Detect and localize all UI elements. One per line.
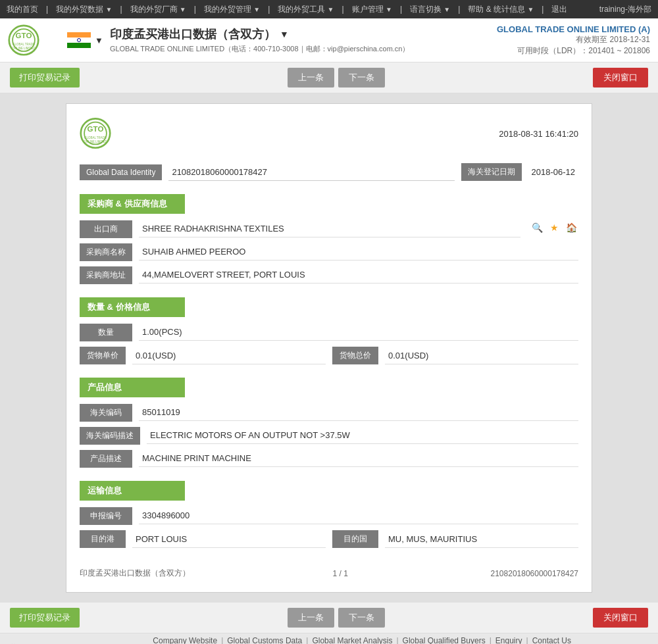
nav-help[interactable]: 帮助 & 统计信息 ▼: [468, 4, 534, 15]
buyer-name-label: 采购商名称: [80, 243, 132, 261]
record-page: 1 / 1: [333, 569, 348, 578]
home-icon[interactable]: 🏠: [564, 220, 578, 235]
quantity-value: 1.00(PCS): [139, 324, 578, 341]
dest-row: 目的港 PORT LOUIS 目的国 MU, MUS, MAURITIUS: [80, 530, 578, 548]
product-section: 产品信息 海关编码 85011019 海关编码描述 ELECTRIC MOTOR…: [80, 378, 578, 468]
close-button-bottom[interactable]: 关闭窗口: [593, 608, 648, 628]
close-button-top[interactable]: 关闭窗口: [593, 68, 648, 87]
dest-port-half: 目的港 PORT LOUIS: [80, 530, 326, 548]
flag-white: [67, 37, 91, 43]
account-company-name: GLOBAL TRADE ONLINE LIMITED (A): [497, 24, 650, 34]
buyer-supplier-section: 采购商 & 供应商信息 出口商 SHREE RADHAKRISHNA TEXTI…: [80, 194, 578, 284]
flag-dropdown-arrow[interactable]: ▼: [95, 36, 103, 45]
nav-account[interactable]: 账户管理 ▼: [352, 4, 392, 15]
nav-home[interactable]: 我的首页: [7, 4, 38, 15]
nav-management[interactable]: 我的外贸管理 ▼: [204, 4, 260, 15]
customs-date-label: 海关登记日期: [461, 163, 522, 181]
exporter-value: SHREE RADHAKRISHNA TEXTILES: [139, 220, 520, 237]
nav-logout[interactable]: 退出: [551, 4, 567, 15]
main-content: GTO GLOBAL TRADE ONLINE LIMITED 2018-08-…: [0, 93, 658, 603]
product-title: 产品信息: [80, 378, 185, 397]
nav-separator7: |: [458, 5, 460, 14]
flag-ashoka-wheel: [77, 38, 81, 42]
print-button-bottom[interactable]: 打印贸易记录: [10, 608, 80, 628]
nav-separator5: |: [342, 5, 344, 14]
next-button-bottom[interactable]: 下一条: [338, 608, 385, 628]
svg-point-0: [9, 25, 38, 54]
bottom-action-bar: 打印贸易记录 上一条 下一条 关闭窗口: [0, 603, 658, 633]
exporter-row: 出口商 SHREE RADHAKRISHNA TEXTILES 🔍 ★ 🏠: [80, 220, 578, 238]
buyer-name-row: 采购商名称 SUHAIB AHMED PEEROO: [80, 243, 578, 261]
dest-port-value: PORT LOUIS: [132, 531, 326, 548]
footer-qualified-buyers[interactable]: Global Qualified Buyers: [403, 636, 486, 644]
svg-point-5: [81, 118, 110, 147]
transport-title: 运输信息: [80, 481, 185, 501]
prev-button-top[interactable]: 上一条: [288, 68, 334, 87]
global-data-identity-label: Global Data Identity: [80, 164, 162, 180]
exporter-label: 出口商: [80, 220, 132, 238]
unit-price-value: 0.01(USD): [132, 347, 326, 364]
flag-orange: [67, 32, 91, 37]
footer-contact-us[interactable]: Contact Us: [532, 636, 571, 644]
nav-manufacturer[interactable]: 我的外贸厂商 ▼: [130, 4, 186, 15]
dest-country-label: 目的国: [332, 530, 378, 548]
top-nav-left: 我的首页 | 我的外贸数据 ▼ | 我的外贸厂商 ▼ | 我的外贸管理 ▼ | …: [7, 4, 567, 15]
price-row: 货物单价 0.01(USD) 货物总价 0.01(USD): [80, 347, 578, 364]
title-dropdown[interactable]: ▼: [280, 29, 289, 39]
customs-date-value: 2018-06-12: [528, 164, 579, 180]
svg-text:ONLINE LIMITED: ONLINE LIMITED: [12, 47, 35, 50]
next-button-top[interactable]: 下一条: [338, 68, 385, 87]
hs-code-row: 海关编码 85011019: [80, 404, 578, 422]
buyer-address-label: 采购商地址: [80, 266, 132, 284]
prev-button-bottom[interactable]: 上一条: [288, 608, 334, 628]
nav-buttons-bottom: 上一条 下一条: [288, 608, 385, 628]
footer-company-website[interactable]: Company Website: [153, 636, 217, 644]
product-desc-row: 产品描述 MACHINE PRINT MACHINE: [80, 450, 578, 468]
company-contact: GLOBAL TRADE ONLINE LIMITED（电话：400-710-3…: [110, 44, 410, 54]
global-data-identity-value: 21082018060000178427: [168, 164, 454, 181]
flag-green: [67, 43, 91, 48]
record-footer: 印度孟买港出口数据（含双方） 1 / 1 2108201806000017842…: [80, 561, 578, 579]
svg-text:GTO: GTO: [88, 125, 104, 133]
quantity-row: 数量 1.00(PCS): [80, 324, 578, 341]
print-button-top[interactable]: 打印贸易记录: [10, 68, 80, 87]
bill-no-label: 申报编号: [80, 507, 132, 525]
dest-country-value: MU, MUS, MAURITIUS: [385, 531, 578, 548]
country-flag-container: ▼: [67, 32, 103, 48]
header-bar: GTO GLOBAL TRADE ONLINE LIMITED ▼ 印度孟买港出…: [0, 18, 658, 62]
bottom-bar: 苏ICP备14033305号 Company Website | Global …: [0, 633, 658, 644]
quantity-price-title: 数量 & 价格信息: [80, 297, 185, 317]
card-header: GTO GLOBAL TRADE ONLINE LIMITED 2018-08-…: [80, 117, 578, 150]
record-timestamp: 2018-08-31 16:41:20: [499, 129, 578, 139]
buyer-name-value: SUHAIB AHMED PEEROO: [139, 243, 578, 260]
svg-text:GLOBAL TRADE: GLOBAL TRADE: [13, 43, 35, 46]
footer-customs-data[interactable]: Global Customs Data: [227, 636, 302, 644]
dest-port-label: 目的港: [80, 530, 126, 548]
svg-text:ONLINE LIMITED: ONLINE LIMITED: [84, 140, 107, 143]
hs-code-value: 85011019: [139, 404, 578, 421]
nav-tools[interactable]: 我的外贸工具 ▼: [278, 4, 334, 15]
exporter-icons: 🔍 ★ 🏠: [530, 220, 578, 235]
buyer-address-row: 采购商地址 44,MAMELOVERT STREET, PORT LOUIS: [80, 266, 578, 284]
svg-text:GTO: GTO: [16, 32, 32, 39]
record-id-footer: 21082018060000178427: [491, 569, 578, 578]
footer-enquiry[interactable]: Enquiry: [495, 636, 522, 644]
quantity-price-section: 数量 & 价格信息 数量 1.00(PCS) 货物单价 0.01(USD) 货物…: [80, 297, 578, 364]
nav-trade-data[interactable]: 我的外贸数据 ▼: [56, 4, 112, 15]
page-title: 印度孟买港出口数据（含双方） ▼: [110, 26, 410, 42]
footer-market-analysis[interactable]: Global Market Analysis: [312, 636, 392, 644]
buyer-address-value: 44,MAMELOVERT STREET, PORT LOUIS: [139, 266, 578, 284]
unit-price-half: 货物单价 0.01(USD): [80, 347, 326, 364]
quantity-label: 数量: [80, 324, 132, 341]
star-icon[interactable]: ★: [547, 220, 561, 235]
unit-price-label: 货物单价: [80, 347, 126, 364]
search-icon[interactable]: 🔍: [530, 220, 544, 235]
nav-language[interactable]: 语言切换 ▼: [410, 4, 450, 15]
footer-right: Company Website | Global Customs Data | …: [76, 636, 648, 644]
bill-no-row: 申报编号 3304896000: [80, 507, 578, 525]
card-logo: GTO GLOBAL TRADE ONLINE LIMITED: [80, 117, 132, 150]
hs-desc-value: ELECTRIC MOTORS OF AN OUTPUT NOT >37.5W: [147, 427, 578, 444]
nav-separator6: |: [400, 5, 402, 14]
transport-section: 运输信息 申报编号 3304896000 目的港 PORT LOUIS 目的国 …: [80, 481, 578, 548]
footer-links: Company Website | Global Customs Data | …: [76, 636, 648, 644]
